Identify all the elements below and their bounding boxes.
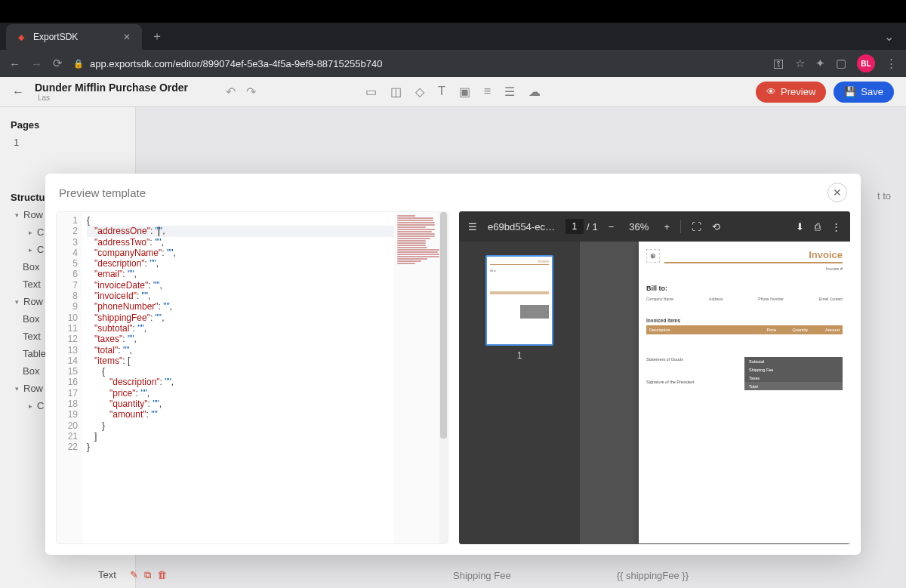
panel-icon[interactable]: ▢ [836, 57, 846, 70]
totals-block: SubtotalShipping FeeTaxesTotal [744, 357, 843, 390]
thumbnail-panel: Invoice Bill to: 1 [459, 242, 580, 544]
extensions-icon[interactable]: ✦ [815, 57, 825, 70]
zoom-in-icon[interactable]: + [664, 221, 670, 232]
rotate-icon[interactable]: ⟲ [712, 221, 720, 232]
new-tab-button[interactable]: ＋ [142, 29, 172, 45]
address-bar: ← → ⟳ 🔒 app.exportsdk.com/editor/899074e… [0, 50, 906, 77]
pdf-menu-icon[interactable]: ☰ [468, 221, 477, 232]
scroll-thumb[interactable] [440, 212, 447, 439]
code-content[interactable]: { "addressOne": "", "addressTwo": "", "c… [82, 212, 394, 543]
zoom-out-icon[interactable]: − [609, 221, 615, 232]
thumbnail-number: 1 [517, 350, 522, 361]
invoice-table-header: DescriptionPriceQuantityAmount [646, 325, 843, 334]
signature-label: Signature of the President [646, 380, 738, 384]
page-canvas[interactable]: ⊕ Invoice Invoice # Bill to: Company Nam… [580, 242, 850, 544]
page-indicator: / 1 [565, 219, 598, 234]
invoiced-items-heading: Invoiced items [646, 318, 843, 323]
pdf-more-icon[interactable]: ⋮ [831, 221, 841, 232]
reload-icon[interactable]: ⟳ [53, 57, 63, 70]
minimap[interactable] [394, 212, 439, 543]
invoice-title: Invoice [664, 249, 843, 263]
browser-tab-bar: ◆ ExportSDK ✕ ＋ ⌄ [0, 23, 906, 50]
browser-tab[interactable]: ◆ ExportSDK ✕ [6, 24, 142, 50]
zoom-value: 36% [624, 221, 653, 232]
browser-menu-icon[interactable]: ⋮ [886, 57, 897, 70]
bill-to-label: Bill to: [646, 285, 843, 292]
download-icon[interactable]: ⬇ [796, 221, 804, 232]
forward-icon[interactable]: → [31, 57, 42, 70]
modal-close-button[interactable]: ✕ [827, 183, 847, 202]
url-text: app.exportsdk.com/editor/899074ef-5e3a-4… [90, 58, 382, 69]
url-input[interactable]: 🔒 app.exportsdk.com/editor/899074ef-5e3a… [73, 58, 763, 69]
close-tab-icon[interactable]: ✕ [121, 31, 133, 43]
pdf-toolbar: ☰ e69bd554-ec… / 1 − 36% + ⛶ ⟲ ⬇ ⎙ [459, 211, 850, 242]
back-icon[interactable]: ← [9, 57, 20, 70]
line-gutter: 12345678910111213141516171819202122 [57, 212, 82, 543]
bookmark-star-icon[interactable]: ☆ [795, 57, 805, 70]
tab-overflow-icon[interactable]: ⌄ [884, 29, 894, 44]
favicon-icon: ◆ [15, 31, 27, 43]
fit-page-icon[interactable]: ⛶ [692, 221, 701, 232]
pdf-viewer: ☰ e69bd554-ec… / 1 − 36% + ⛶ ⟲ ⬇ ⎙ [459, 211, 850, 544]
profile-avatar[interactable]: BL [857, 54, 875, 72]
modal-title: Preview template [59, 186, 146, 199]
tab-title: ExportSDK [33, 32, 115, 42]
pdf-filename: e69bd554-ec… [488, 221, 555, 232]
password-key-icon[interactable]: ⚿ [773, 57, 784, 70]
invoice-number-label: Invoice # [664, 266, 843, 271]
preview-modal: Preview template ✕ 123456789101112131415… [45, 174, 861, 555]
page-thumbnail[interactable]: Invoice Bill to: [485, 255, 553, 346]
statement-label: Statement of Goods [646, 357, 738, 362]
lock-icon: 🔒 [73, 59, 84, 69]
json-editor[interactable]: 12345678910111213141516171819202122 { "a… [56, 211, 448, 544]
vertical-scrollbar[interactable] [439, 212, 448, 543]
invoice-page: ⊕ Invoice Invoice # Bill to: Company Nam… [639, 242, 850, 543]
thumb-invoice-title: Invoice [490, 260, 549, 263]
print-icon[interactable]: ⎙ [815, 221, 821, 232]
page-total: 1 [593, 221, 598, 232]
page-input[interactable] [565, 219, 584, 234]
